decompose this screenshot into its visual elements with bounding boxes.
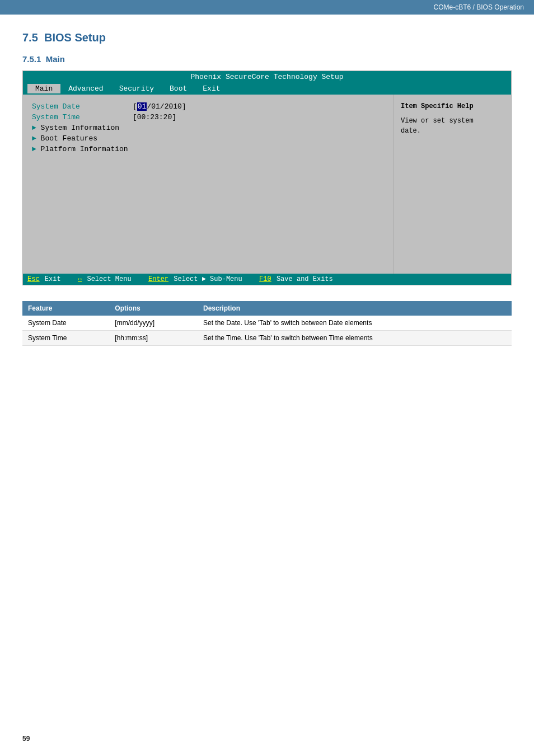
subsection-title: 7.5.1 Main (22, 54, 512, 64)
feature-table: Feature Options Description System Date … (22, 301, 512, 346)
table-row: System Time [hh:mm:ss] Set the Time. Use… (22, 331, 512, 346)
bios-left-panel: System Date [01/01/2010] System Time [00… (23, 95, 394, 274)
bios-row-system-time: System Time [00:23:20] (32, 113, 385, 121)
bios-screen: Phoenix SecureCore Technology Setup Main… (22, 71, 512, 285)
bios-menu-boot[interactable]: Boot (162, 84, 195, 93)
description-system-time: Set the Time. Use 'Tab' to switch betwee… (198, 331, 512, 346)
bios-status-bar: Esc Exit ↔ Select Menu Enter Select ► Su… (23, 274, 511, 285)
bios-system-date-value[interactable]: [01/01/2010] (133, 102, 186, 111)
main-content: 7.5 BIOS Setup 7.5.1 Main Phoenix Secure… (0, 15, 534, 368)
bios-body: System Date [01/01/2010] System Time [00… (23, 95, 511, 274)
status-enter-label: Select ► Sub-Menu (170, 275, 242, 283)
bios-menu-main[interactable]: Main (27, 84, 60, 93)
bios-right-panel: Item Specific Help View or set systemdat… (394, 95, 511, 274)
feature-table-header-feature: Feature (22, 301, 109, 316)
bios-help-title: Item Specific Help (401, 102, 504, 110)
bios-menu-bar: Main Advanced Security Boot Exit (23, 83, 511, 95)
bios-menu-advanced[interactable]: Advanced (60, 84, 111, 93)
bios-system-date-label: System Date (32, 102, 133, 111)
bios-submenu-boot-features-label: Boot Features (41, 134, 97, 143)
status-f10-label: Save and Exits (273, 275, 333, 283)
bios-title-bar: Phoenix SecureCore Technology Setup (23, 71, 511, 83)
status-f10-key: F10 (259, 275, 271, 283)
section-title: 7.5 BIOS Setup (22, 31, 512, 44)
status-esc-key: Esc (27, 275, 40, 283)
options-system-date: [mm/dd/yyyy] (109, 316, 198, 331)
bios-system-time-label: System Time (32, 113, 133, 121)
top-bar-label: COMe-cBT6 / BIOS Operation (434, 3, 524, 11)
feature-system-date: System Date (22, 316, 109, 331)
bios-system-time-value[interactable]: [00:23:20] (133, 113, 176, 121)
bios-row-system-date: System Date [01/01/2010] (32, 102, 385, 111)
bios-submenu-platform-information[interactable]: ► Platform Information (32, 145, 385, 153)
status-arrow-key: ↔ (78, 275, 82, 283)
bios-submenu-system-information-label: System Information (41, 124, 119, 132)
bios-menu-security[interactable]: Security (111, 84, 162, 93)
page-number: 59 (22, 735, 30, 743)
options-system-time: [hh:mm:ss] (109, 331, 198, 346)
feature-table-header-options: Options (109, 301, 198, 316)
bios-submenu-system-information[interactable]: ► System Information (32, 124, 385, 132)
top-bar: COMe-cBT6 / BIOS Operation (0, 0, 534, 15)
table-row: System Date [mm/dd/yyyy] Set the Date. U… (22, 316, 512, 331)
bios-submenu-boot-features[interactable]: ► Boot Features (32, 134, 385, 143)
bios-title-text: Phoenix SecureCore Technology Setup (190, 73, 343, 81)
feature-table-header-description: Description (198, 301, 512, 316)
status-enter-key: Enter (148, 275, 168, 283)
bios-help-text: View or set systemdate. (401, 116, 504, 136)
page-footer: 59 (22, 735, 30, 743)
status-esc-label: Exit (41, 275, 61, 283)
bios-menu-exit[interactable]: Exit (195, 84, 228, 93)
feature-system-time: System Time (22, 331, 109, 346)
bios-submenu-platform-information-label: Platform Information (41, 145, 128, 153)
status-arrow-label: Select Menu (83, 275, 131, 283)
description-system-date: Set the Date. Use 'Tab' to switch betwee… (198, 316, 512, 331)
